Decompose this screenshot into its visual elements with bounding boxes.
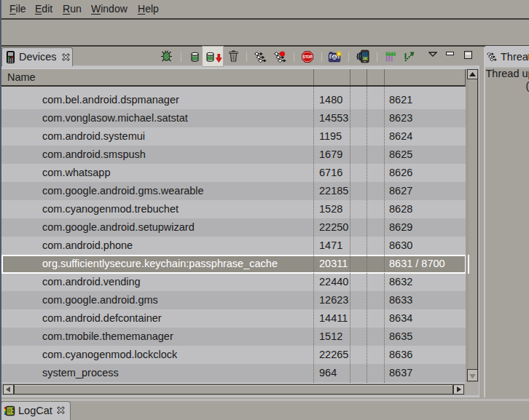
svg-text:STOP: STOP (302, 55, 313, 59)
